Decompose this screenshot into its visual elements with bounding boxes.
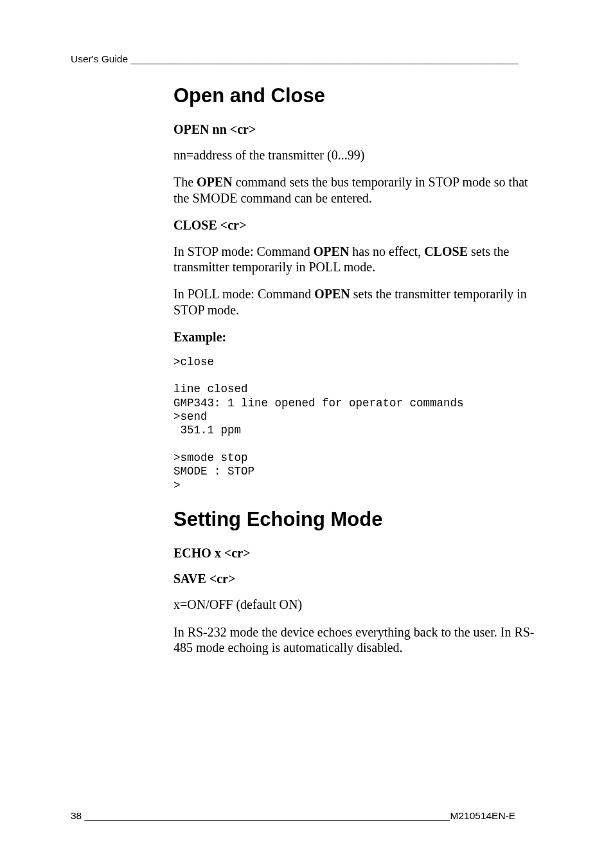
command-open: OPEN nn <cr>	[173, 122, 543, 137]
page: User's Guide ___________________________…	[0, 0, 613, 868]
running-header: User's Guide ___________________________…	[71, 53, 542, 65]
example-label: Example:	[173, 329, 543, 345]
paragraph-echo-description: In RS-232 mode the device echoes everyth…	[173, 624, 543, 656]
paragraph-address: nn=address of the transmitter (0...99)	[173, 147, 543, 163]
paragraph-poll-mode: In POLL mode: Command OPEN sets the tran…	[173, 286, 543, 318]
main-content: Open and Close OPEN nn <cr> nn=address o…	[173, 84, 543, 656]
page-footer: 38 _____________________________________…	[71, 810, 542, 822]
text-bold-open: OPEN	[314, 244, 350, 258]
command-echo: ECHO x <cr>	[173, 545, 543, 561]
text-bold-open: OPEN	[197, 175, 233, 189]
text: The	[173, 175, 197, 189]
text-bold-open: OPEN	[314, 287, 350, 301]
example-output: >close line closed GMP343: 1 line opened…	[173, 356, 543, 493]
paragraph-open-description: The OPEN command sets the bus temporaril…	[173, 174, 543, 206]
command-save: SAVE <cr>	[173, 571, 543, 586]
heading-open-and-close: Open and Close	[173, 84, 543, 107]
text: In STOP mode: Command	[173, 244, 314, 258]
command-close: CLOSE <cr>	[173, 217, 543, 233]
text-bold-close: CLOSE	[424, 244, 468, 258]
text: In POLL mode: Command	[173, 287, 314, 301]
heading-setting-echoing-mode: Setting Echoing Mode	[173, 508, 543, 531]
text: has no effect,	[349, 244, 424, 258]
paragraph-default: x=ON/OFF (default ON)	[173, 597, 543, 612]
paragraph-stop-mode: In STOP mode: Command OPEN has no effect…	[173, 244, 543, 275]
